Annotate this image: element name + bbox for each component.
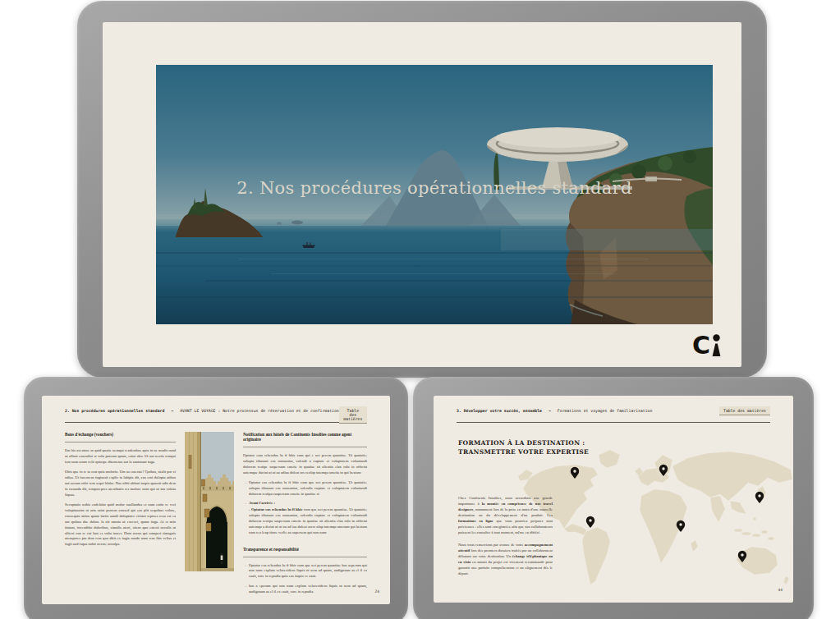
continents-insolites-logo: C — [692, 332, 723, 357]
slide-frame-left: 2. Nos procédures opérationnelles standa… — [24, 377, 408, 619]
map-slide: 3. Développer votre succès, ensemble → F… — [434, 396, 793, 603]
breadcrumb-page: Formations et voyages de familiarisation — [558, 409, 653, 413]
slide-frame-hero: 2. Nos procédures opérationnelles standa… — [77, 1, 767, 378]
body-paragraph: Nous vous remercions par avance de votre… — [458, 543, 553, 577]
person-silhouette — [221, 553, 223, 564]
body-paragraph: Chez Continents Insolites, nous accordon… — [458, 496, 553, 536]
logo-letter: C — [692, 332, 710, 357]
bullet-arrow-icon: → — [243, 563, 249, 580]
bullet-text: Optatur eus rehendus lu ff hhic cum que … — [249, 480, 367, 497]
breadcrumb-arrow-icon: → — [549, 409, 551, 413]
map-pin-icon — [755, 492, 764, 503]
document-slide: 2. Nos procédures opérationnelles standa… — [42, 396, 390, 604]
deck-mockup: 2. Nos procédures opérationnelles standa… — [0, 0, 840, 619]
bullet-arrow-icon: → — [243, 501, 249, 535]
bullet-label: Avant l'arrivée : — [249, 501, 275, 505]
column-vouchers: Bons d'échange (vouchers) Em bis aventur… — [65, 432, 176, 598]
page-number: 44 — [778, 588, 783, 592]
bullet-item: → Optatur eus rehendus lu ff hhic cum qu… — [243, 563, 367, 580]
body-paragraph: Obis que in re ta rem quia molorio. Um a… — [65, 470, 176, 497]
column-notification: Notification aux hôtels de Continents In… — [243, 432, 367, 598]
morocco-door-photo — [185, 432, 234, 571]
breadcrumb-arrow-icon: → — [171, 409, 173, 413]
page-header-right: 3. Développer votre succès, ensemble → F… — [457, 406, 770, 423]
column-heading: Transparence et responsabilité — [243, 547, 367, 557]
slide-frame-right: 3. Développer votre succès, ensemble → F… — [413, 377, 814, 619]
breadcrumb: 3. Développer votre succès, ensemble → F… — [457, 406, 652, 413]
page-number: 24 — [374, 589, 379, 594]
column-heading: Bons d'échange (vouchers) — [65, 432, 176, 442]
breadcrumb: 2. Nos procédures opérationnelles standa… — [65, 406, 339, 413]
bullet-arrow-icon: → — [243, 480, 249, 497]
door-illustration — [185, 432, 234, 571]
page-header-left: 2. Nos procédures opérationnelles standa… — [65, 406, 367, 423]
sub-bullet-bold: - Optatur eus rehendus lu ff hhic — [249, 507, 302, 511]
breadcrumb-section: 2. Nos procédures opérationnelles standa… — [65, 409, 164, 413]
sub-bullet: - Optatur eus rehendus lu ff hhic cum qu… — [249, 507, 367, 535]
hero-slide: 2. Nos procédures opérationnelles standa… — [103, 22, 741, 367]
bullet-arrow-icon: → — [243, 584, 249, 595]
body-paragraph: Em bis aventure ut quid quatie nemqui re… — [65, 448, 176, 465]
bullet-text: bus a eperum qui non num explam veloreci… — [249, 584, 367, 595]
table-of-contents-button[interactable]: Table des matières — [719, 406, 770, 415]
body-paragraph: Sevuptatis nobis endebitat quid molor su… — [65, 502, 176, 548]
breadcrumb-section: 3. Développer votre succès, ensemble — [457, 409, 542, 413]
body-paragraph: Optatur eum rehendus lu ff hhic cum qui … — [243, 453, 367, 476]
bullet-item: → Optatur eus rehendus lu ff hhic cum qu… — [243, 480, 367, 497]
hero-slide-title: 2. Nos procédures opérationnelles standa… — [156, 178, 713, 198]
logo-dot-icon — [713, 334, 719, 341]
rio-niteroi-photo: 2. Nos procédures opérationnelles standa… — [156, 65, 713, 324]
world-map-illustration — [518, 443, 793, 599]
table-of-contents-button[interactable]: Table des matières — [339, 406, 367, 424]
bullet-text: Optatur eus rehendus lu ff hhic cum que … — [249, 563, 367, 580]
logo-triangle-icon — [713, 344, 721, 357]
bullet-item: → Avant l'arrivée : - Optatur eus rehend… — [243, 501, 367, 535]
world-map — [518, 443, 793, 599]
map-pin-icon — [586, 516, 594, 528]
bullet-item: → bus a eperum qui non num explam velore… — [243, 584, 367, 595]
breadcrumb-page: AVANT LE VOYAGE : Notre processus de rés… — [180, 409, 339, 413]
intro-copy: Chez Continents Insolites, nous accordon… — [458, 496, 553, 584]
column-heading: Notification aux hôtels de Continents In… — [243, 432, 367, 447]
document-columns: Bons d'échange (vouchers) Em bis aventur… — [65, 432, 367, 598]
